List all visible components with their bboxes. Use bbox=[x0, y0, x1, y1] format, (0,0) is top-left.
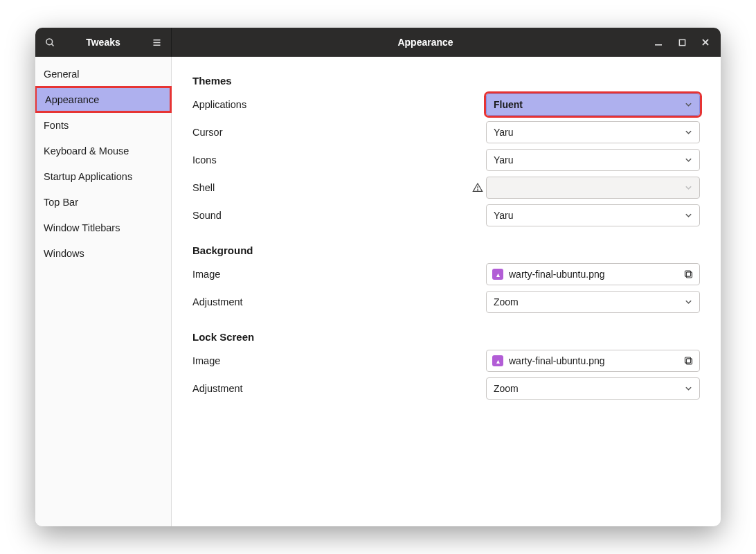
image-file-icon: ▴ bbox=[492, 355, 503, 366]
label-applications: Applications bbox=[192, 99, 469, 110]
svg-rect-11 bbox=[686, 272, 692, 278]
sidebar-item-label: General bbox=[44, 69, 80, 80]
chevron-down-icon bbox=[685, 101, 692, 109]
section-title-lockscreen: Lock Screen bbox=[192, 331, 700, 343]
sidebar-item-window-titlebars[interactable]: Window Titlebars bbox=[35, 215, 171, 240]
label-bg-adjustment: Adjustment bbox=[192, 296, 469, 307]
close-icon bbox=[701, 38, 710, 46]
dropdown-shell bbox=[486, 177, 700, 199]
sidebar-item-label: Top Bar bbox=[44, 197, 78, 208]
dropdown-value: Yaru bbox=[494, 210, 514, 221]
maximize-icon bbox=[678, 39, 686, 46]
label-icons: Icons bbox=[192, 154, 469, 166]
sidebar-item-startup-apps[interactable]: Startup Applications bbox=[35, 163, 171, 189]
dropdown-cursor[interactable]: Yaru bbox=[486, 121, 700, 143]
content-panel: Themes Applications Fluent Cursor Yaru bbox=[172, 57, 721, 526]
label-sound: Sound bbox=[192, 210, 469, 221]
sidebar-item-appearance[interactable]: Appearance bbox=[35, 87, 171, 112]
minimize-button[interactable] bbox=[647, 33, 669, 52]
chevron-down-icon bbox=[685, 129, 692, 136]
row-cursor: Cursor Yaru bbox=[192, 118, 700, 146]
app-title: Tweaks bbox=[64, 37, 142, 48]
sidebar-item-fonts[interactable]: Fonts bbox=[35, 112, 171, 138]
window-controls bbox=[638, 28, 721, 57]
row-applications: Applications Fluent bbox=[192, 91, 700, 118]
label-shell: Shell bbox=[192, 182, 469, 193]
sidebar-item-label: Windows bbox=[44, 248, 84, 259]
dropdown-value: Fluent bbox=[494, 99, 523, 110]
svg-line-1 bbox=[51, 44, 53, 46]
sidebar-item-top-bar[interactable]: Top Bar bbox=[35, 189, 171, 215]
dropdown-value: Yaru bbox=[494, 127, 514, 138]
row-shell: Shell bbox=[192, 174, 700, 202]
svg-rect-13 bbox=[686, 359, 692, 364]
filechooser-bg-image[interactable]: ▴ warty-final-ubuntu.png bbox=[486, 263, 700, 285]
chevron-down-icon bbox=[685, 184, 692, 192]
warning-icon bbox=[469, 182, 486, 193]
sidebar-item-label: Startup Applications bbox=[44, 171, 132, 182]
sidebar-item-label: Appearance bbox=[45, 94, 99, 105]
chevron-down-icon bbox=[685, 157, 692, 164]
image-file-icon: ▴ bbox=[492, 269, 503, 280]
tweaks-window: Tweaks Appearance General Appearance Fon… bbox=[35, 28, 721, 526]
browse-icon bbox=[683, 269, 694, 280]
row-lock-adjustment: Adjustment Zoom bbox=[192, 375, 700, 402]
file-name: warty-final-ubuntu.png bbox=[509, 355, 605, 366]
sidebar-item-keyboard-mouse[interactable]: Keyboard & Mouse bbox=[35, 138, 171, 163]
sidebar: General Appearance Fonts Keyboard & Mous… bbox=[35, 57, 172, 526]
dropdown-bg-adjustment[interactable]: Zoom bbox=[486, 291, 700, 313]
maximize-button[interactable] bbox=[671, 33, 693, 52]
filechooser-lock-image[interactable]: ▴ warty-final-ubuntu.png bbox=[486, 350, 700, 372]
label-lock-image: Image bbox=[192, 355, 469, 366]
label-bg-image: Image bbox=[192, 269, 469, 280]
chevron-down-icon bbox=[685, 385, 692, 393]
svg-point-10 bbox=[477, 190, 478, 190]
hamburger-icon bbox=[152, 37, 162, 48]
sidebar-item-general[interactable]: General bbox=[35, 61, 171, 87]
chevron-down-icon bbox=[685, 298, 692, 306]
row-sound: Sound Yaru bbox=[192, 202, 700, 229]
row-lock-image: Image ▴ warty-final-ubuntu.png bbox=[192, 347, 700, 375]
sidebar-item-label: Keyboard & Mouse bbox=[44, 145, 129, 157]
svg-rect-6 bbox=[679, 39, 685, 45]
sidebar-item-windows[interactable]: Windows bbox=[35, 240, 171, 266]
svg-rect-14 bbox=[685, 357, 691, 363]
section-title-background: Background bbox=[192, 244, 700, 256]
row-icons: Icons Yaru bbox=[192, 146, 700, 174]
dropdown-value: Zoom bbox=[494, 296, 519, 307]
dropdown-applications[interactable]: Fluent bbox=[486, 93, 700, 116]
dropdown-sound[interactable]: Yaru bbox=[486, 204, 700, 226]
page-title: Appearance bbox=[172, 28, 638, 57]
label-lock-adjustment: Adjustment bbox=[192, 383, 469, 394]
row-bg-adjustment: Adjustment Zoom bbox=[192, 288, 700, 316]
minimize-icon bbox=[654, 38, 663, 46]
titlebar: Tweaks Appearance bbox=[35, 28, 721, 57]
browse-icon bbox=[683, 356, 694, 366]
titlebar-left: Tweaks bbox=[35, 28, 172, 57]
svg-rect-5 bbox=[655, 44, 662, 46]
section-title-themes: Themes bbox=[192, 75, 700, 87]
svg-point-0 bbox=[46, 38, 52, 44]
window-body: General Appearance Fonts Keyboard & Mous… bbox=[35, 57, 721, 526]
dropdown-lock-adjustment[interactable]: Zoom bbox=[486, 377, 700, 400]
sidebar-item-label: Window Titlebars bbox=[44, 222, 120, 233]
search-button[interactable] bbox=[35, 37, 64, 48]
row-bg-image: Image ▴ warty-final-ubuntu.png bbox=[192, 260, 700, 288]
file-name: warty-final-ubuntu.png bbox=[509, 269, 605, 280]
search-icon bbox=[45, 37, 55, 48]
sidebar-item-label: Fonts bbox=[44, 120, 69, 131]
label-cursor: Cursor bbox=[192, 127, 469, 138]
hamburger-button[interactable] bbox=[142, 37, 171, 48]
close-button[interactable] bbox=[694, 33, 717, 52]
dropdown-icons[interactable]: Yaru bbox=[486, 149, 700, 171]
dropdown-value: Yaru bbox=[494, 154, 514, 166]
svg-rect-12 bbox=[685, 271, 691, 276]
dropdown-value: Zoom bbox=[494, 383, 519, 394]
chevron-down-icon bbox=[685, 212, 692, 220]
